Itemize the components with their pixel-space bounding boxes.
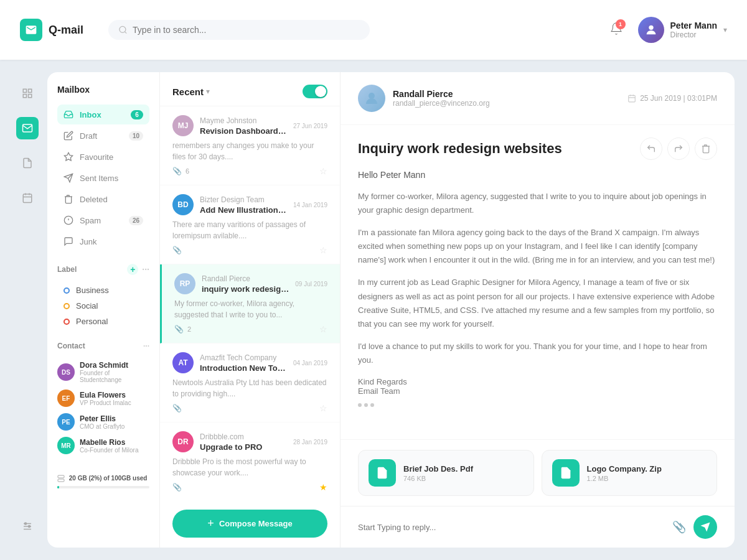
star-icon-4[interactable]: ☆ [319, 403, 327, 413]
search-bar[interactable] [108, 20, 370, 40]
user-avatar [638, 17, 664, 43]
email-item-2[interactable]: BD Bizter Design Team Add New Illustrati… [160, 185, 340, 264]
label-item-personal[interactable]: Personal [57, 314, 149, 329]
storage-total: 100GB used [111, 475, 148, 482]
label-item-social[interactable]: Social [57, 298, 149, 314]
sidebar-icon-settings[interactable] [16, 515, 39, 538]
attach-thumb-1 [369, 459, 396, 487]
label-business: Business [76, 286, 109, 295]
email-avatar-3: RP [174, 273, 195, 294]
delete-button[interactable] [695, 138, 717, 160]
storage-used: 20 GB [69, 475, 87, 482]
attachment-icon-1: 📎 [172, 167, 182, 175]
reply-back-button[interactable] [640, 138, 662, 160]
email-item-3[interactable]: RP Randall Pierce inquiry work redesign … [160, 264, 340, 343]
app-name: Q-mail [49, 24, 83, 37]
logo-icon [20, 19, 42, 41]
star-icon-5[interactable]: ★ [319, 482, 327, 492]
email-body-1: My former co-worker, Milora agency, sugg… [358, 190, 717, 217]
contact-name-dora: Dora Schmidt [80, 361, 149, 370]
toggle-button[interactable] [303, 85, 327, 98]
contact-mabelle[interactable]: MR Mabelle Rios Co-Founder of Milora [57, 434, 149, 457]
sidebar-icon-calendar[interactable] [16, 187, 39, 209]
star-icon-1[interactable]: ☆ [319, 166, 327, 176]
sidebar-icon-document[interactable] [16, 152, 39, 174]
nav-item-draft[interactable]: Draft 10 [57, 126, 149, 146]
star-icon-2[interactable]: ☆ [319, 245, 327, 255]
more-dots[interactable] [358, 403, 717, 407]
nav-label-draft: Draft [80, 131, 97, 141]
contact-eula[interactable]: EF Eula Flowers VP Product Imalac [57, 386, 149, 410]
user-role: Director [670, 30, 717, 39]
attachment-card-2[interactable]: Logo Company. Zip 1.2 MB [542, 450, 718, 496]
email-avatar-2: BD [172, 194, 194, 215]
mailbox-title: Mailbox [57, 85, 149, 95]
email-body-4: I'd love a chance to put my skills to wo… [358, 340, 717, 367]
star-icon-3[interactable]: ☆ [319, 324, 327, 334]
nav-item-favourite[interactable]: Favourite [57, 147, 149, 167]
sidebar-icon-mail[interactable] [16, 117, 39, 139]
topbar: Q-mail 1 Peter Mann Director ▾ [0, 0, 747, 60]
contact-more-button[interactable]: ··· [143, 342, 149, 350]
nav-item-sent[interactable]: Sent Items [57, 168, 149, 188]
search-input[interactable] [133, 25, 360, 35]
compose-button[interactable]: + Compose Message [172, 510, 327, 538]
send-icon [700, 521, 711, 533]
attach-thumb-2 [552, 459, 580, 487]
user-menu[interactable]: Peter Mann Director ▾ [638, 17, 727, 43]
notification-button[interactable]: 1 [609, 22, 623, 38]
email-greeting: Hello Peter Mann [358, 170, 717, 180]
email-preview-2: There are many varitions of passages of … [172, 219, 327, 241]
deleted-icon [63, 194, 73, 204]
email-avatar-1: MJ [172, 115, 194, 136]
attachment-icon-5: 📎 [172, 483, 182, 492]
user-info: Peter Mann Director [670, 21, 717, 39]
email-subject-2: Add New Illustration Design [200, 205, 287, 215]
nav-item-inbox[interactable]: Inbox 6 [57, 105, 149, 124]
label-more-button[interactable]: ··· [142, 264, 149, 274]
attachment-name-1: Brief Job Des. Pdf [403, 464, 473, 474]
sender-email: randall_pierce@vincenzo.org [393, 99, 620, 108]
attachment-size-1: 746 KB [403, 475, 473, 482]
contact-name-mabelle: Mabelle Rios [80, 438, 138, 447]
recent-chevron-icon[interactable]: ▾ [206, 87, 210, 96]
nav-item-spam[interactable]: Spam 26 [57, 210, 149, 230]
label-social: Social [76, 301, 98, 310]
attachment-icon-4: 📎 [172, 404, 182, 413]
email-item-5[interactable]: DR Dribbble.com Upgrade to PRO 28 Jan 20… [160, 422, 340, 500]
send-button[interactable] [693, 515, 717, 539]
svg-rect-21 [58, 475, 64, 478]
contact-peter[interactable]: PE Peter Ellis CMO at Graflyto [57, 410, 149, 434]
nav-item-deleted[interactable]: Deleted [57, 189, 149, 209]
svg-rect-6 [23, 194, 32, 203]
user-name: Peter Mann [670, 21, 717, 30]
email-preview-1: remembers any changes you make to your f… [172, 140, 327, 162]
storage-label: (2%) of [88, 475, 109, 482]
paperclip-button[interactable]: 📎 [672, 520, 686, 534]
social-dot [63, 303, 70, 309]
chevron-down-icon: ▾ [723, 26, 727, 34]
email-sender-1: Mayme Johnston [200, 116, 287, 125]
add-label-button[interactable]: + [127, 264, 138, 275]
label-personal: Personal [76, 317, 108, 326]
spam-badge: 26 [129, 216, 143, 225]
reply-input[interactable] [358, 523, 665, 532]
svg-rect-5 [29, 95, 32, 98]
email-item-1[interactable]: MJ Mayme Johnston Revision Dashboard Pro… [160, 106, 340, 185]
sign-off: Kind Regards [358, 377, 717, 386]
spam-icon [63, 215, 73, 225]
svg-point-13 [25, 523, 27, 525]
label-item-business[interactable]: Business [57, 282, 149, 298]
sender-name: Randall Pierce [393, 89, 620, 99]
contact-dora[interactable]: DS Dora Schmidt Founder of Studentchange [57, 358, 149, 386]
nav-item-junk[interactable]: Junk [57, 231, 149, 251]
attachments-section: Brief Job Des. Pdf 746 KB Logo Company. … [341, 439, 735, 506]
email-item-4[interactable]: AT Amazfit Tech Company Introduction New… [160, 343, 340, 422]
compose-plus-icon: + [207, 517, 214, 530]
attachment-count-1: 6 [186, 167, 189, 175]
sender-avatar [358, 85, 385, 112]
attachment-card-1[interactable]: Brief Job Des. Pdf 746 KB [358, 450, 534, 496]
sidebar-icon-grid[interactable] [16, 82, 39, 105]
forward-button[interactable] [667, 138, 690, 160]
contact-avatar-eula: EF [57, 390, 75, 407]
